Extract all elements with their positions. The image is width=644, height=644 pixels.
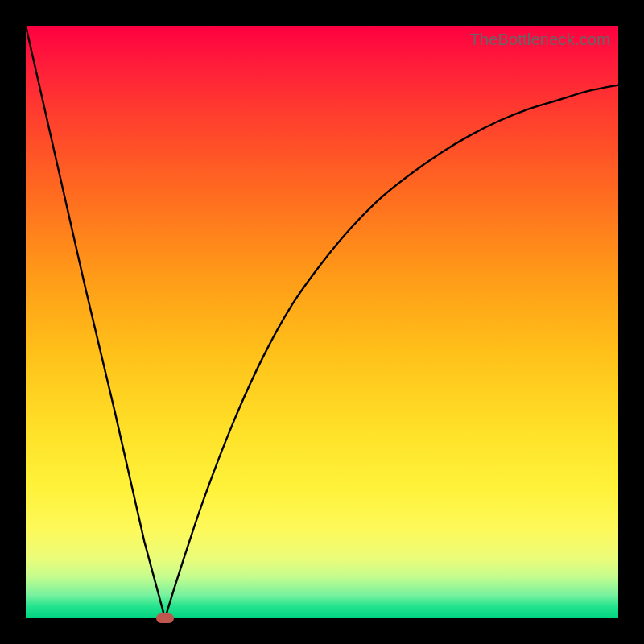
plot-area: TheBottleneck.com [26,26,618,618]
chart-frame: TheBottleneck.com [0,0,644,644]
minimum-marker [156,613,174,623]
bottleneck-curve [26,26,618,618]
